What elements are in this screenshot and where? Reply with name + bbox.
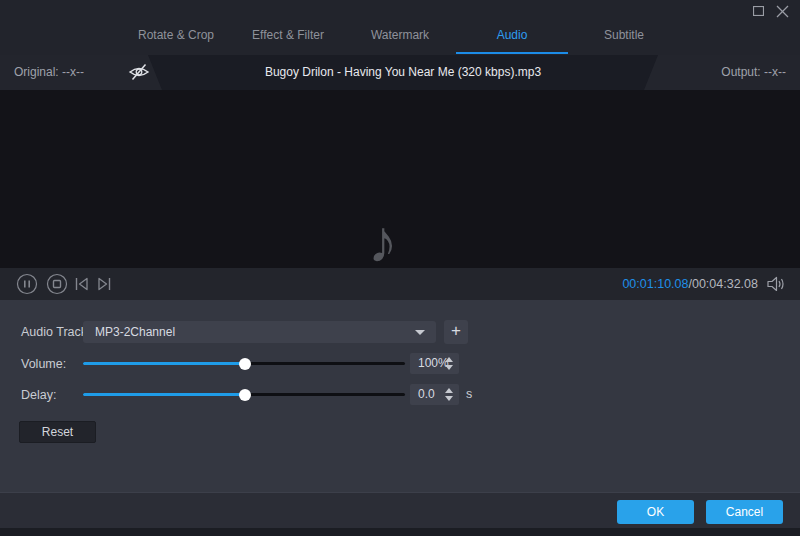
speaker-icon — [766, 276, 786, 292]
volume-fill — [83, 362, 245, 365]
maximize-icon — [753, 6, 764, 16]
tab-watermark[interactable]: Watermark — [344, 18, 456, 55]
delay-spinbox[interactable]: 0.0 — [410, 384, 459, 405]
delay-value: 0.0 — [418, 387, 435, 401]
close-button[interactable] — [774, 3, 790, 19]
pause-button[interactable] — [16, 273, 38, 295]
music-note-icon: ♪ — [368, 212, 398, 272]
volume-thumb[interactable] — [239, 358, 251, 370]
pause-icon — [16, 273, 38, 295]
volume-spinbox[interactable]: 100% — [410, 353, 459, 374]
cancel-button[interactable]: Cancel — [706, 500, 783, 524]
original-dimensions-label: Original: --x-- — [14, 55, 84, 90]
arrow-down-icon[interactable] — [445, 365, 453, 370]
volume-mute-button[interactable] — [766, 276, 786, 292]
tab-bar: Rotate & Crop Effect & Filter Watermark … — [120, 18, 680, 55]
total-time: 00:04:32.08 — [692, 277, 758, 291]
delay-thumb[interactable] — [239, 389, 251, 401]
preview-area: ♪ — [0, 90, 800, 268]
reset-button[interactable]: Reset — [19, 421, 96, 443]
audio-track-dropdown[interactable]: MP3-2Channel — [83, 321, 436, 343]
delay-slider[interactable] — [83, 393, 405, 396]
preview-visibility-button[interactable] — [128, 63, 152, 83]
playback-bar: 00:01:10.08/00:04:32.08 — [0, 268, 800, 300]
info-bar: Original: --x-- Bugoy Drilon - Having Yo… — [0, 55, 800, 90]
delay-unit-label: s — [466, 384, 472, 405]
footer-bar: OK Cancel — [0, 492, 800, 528]
stop-button[interactable] — [46, 273, 68, 295]
chevron-down-icon — [415, 330, 425, 335]
next-frame-button[interactable] — [96, 276, 112, 292]
next-frame-icon — [96, 276, 112, 292]
previous-frame-button[interactable] — [74, 276, 90, 292]
tab-effect-filter[interactable]: Effect & Filter — [232, 18, 344, 55]
close-icon — [776, 5, 789, 18]
delay-fill — [83, 393, 245, 396]
tab-rotate-crop[interactable]: Rotate & Crop — [120, 18, 232, 55]
arrow-up-icon[interactable] — [445, 388, 453, 393]
ok-button[interactable]: OK — [617, 500, 694, 524]
current-time: 00:01:10.08 — [622, 277, 688, 291]
title-bar — [0, 0, 800, 18]
window-bottom-edge — [0, 528, 800, 536]
volume-label: Volume: — [21, 357, 66, 371]
media-filename-banner: Bugoy Drilon - Having You Near Me (320 k… — [148, 55, 658, 90]
eye-slash-icon — [128, 63, 150, 81]
stop-icon — [46, 273, 68, 295]
audio-settings-panel: Audio Track: MP3-2Channel + Volume: 100%… — [0, 300, 800, 492]
audio-track-value: MP3-2Channel — [95, 325, 175, 339]
volume-stepper[interactable] — [444, 353, 454, 374]
audio-edit-dialog: Rotate & Crop Effect & Filter Watermark … — [0, 0, 800, 536]
maximize-button[interactable] — [750, 3, 766, 19]
previous-frame-icon — [74, 276, 90, 292]
delay-stepper[interactable] — [444, 384, 454, 405]
audio-track-label: Audio Track: — [21, 325, 90, 339]
tab-audio[interactable]: Audio — [456, 18, 568, 55]
tab-subtitle[interactable]: Subtitle — [568, 18, 680, 55]
volume-slider[interactable] — [83, 362, 405, 365]
output-dimensions-label: Output: --x-- — [721, 55, 786, 90]
time-display: 00:01:10.08/00:04:32.08 — [622, 268, 758, 300]
add-audio-track-button[interactable]: + — [444, 320, 468, 344]
delay-label: Delay: — [21, 388, 56, 402]
arrow-up-icon[interactable] — [445, 357, 453, 362]
arrow-down-icon[interactable] — [445, 396, 453, 401]
